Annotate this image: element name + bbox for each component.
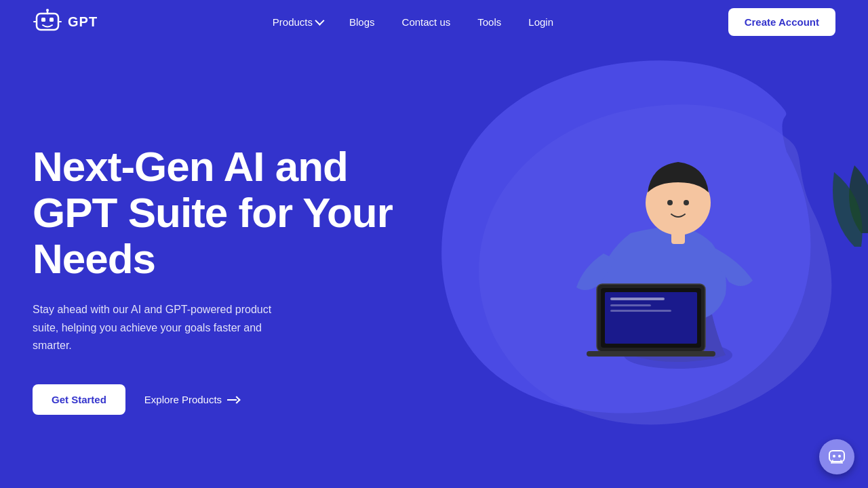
hero-content: Next-Gen AI and GPT Suite for Your Needs… (33, 144, 439, 415)
nav-item-login[interactable]: Login (517, 11, 564, 33)
nav-link-products[interactable]: Products (262, 11, 333, 33)
nav-link-tools[interactable]: Tools (467, 11, 512, 33)
svg-point-3 (46, 9, 49, 12)
nav-item-blogs[interactable]: Blogs (338, 11, 386, 33)
nav-links: Products Blogs Contact us Tools Login (262, 11, 564, 33)
nav-link-contact[interactable]: Contact us (391, 11, 462, 33)
svg-rect-1 (41, 18, 45, 22)
svg-rect-15 (587, 351, 715, 357)
svg-point-7 (684, 200, 689, 205)
arrow-right-icon (227, 394, 239, 406)
navbar: GPT Products Blogs Contact us Tools (0, 0, 868, 43)
logo-text: GPT (68, 14, 98, 30)
hero-illustration: ! 1 (407, 30, 868, 488)
create-account-button[interactable]: Create Account (728, 8, 835, 36)
svg-rect-8 (671, 232, 685, 244)
svg-point-41 (833, 455, 835, 458)
nav-item-contact[interactable]: Contact us (391, 11, 462, 33)
hero-buttons: Get Started Explore Products (33, 384, 439, 415)
nav-item-products[interactable]: Products (262, 11, 333, 33)
chatbot-icon (827, 447, 846, 466)
logo-icon (33, 7, 62, 37)
nav-item-tools[interactable]: Tools (467, 11, 512, 33)
hero-title: Next-Gen AI and GPT Suite for Your Needs (33, 144, 439, 283)
get-started-button[interactable]: Get Started (33, 384, 125, 415)
nav-link-login[interactable]: Login (517, 11, 564, 33)
svg-rect-13 (610, 304, 651, 306)
chatbot-bubble[interactable] (819, 439, 854, 474)
svg-rect-12 (610, 298, 665, 300)
svg-point-42 (838, 455, 841, 458)
svg-rect-2 (50, 18, 54, 22)
hero-section: ! 1 Next-Gen AI and GPT Suite for Your N… (0, 43, 868, 488)
explore-products-link[interactable]: Explore Products (144, 394, 239, 406)
logo[interactable]: GPT (33, 7, 98, 37)
hero-subtitle: Stay ahead with our AI and GPT-powered p… (33, 301, 297, 354)
chevron-down-icon (315, 16, 324, 26)
svg-rect-14 (610, 310, 671, 312)
svg-rect-40 (829, 451, 844, 462)
nav-link-blogs[interactable]: Blogs (338, 11, 386, 33)
svg-point-6 (667, 200, 673, 205)
